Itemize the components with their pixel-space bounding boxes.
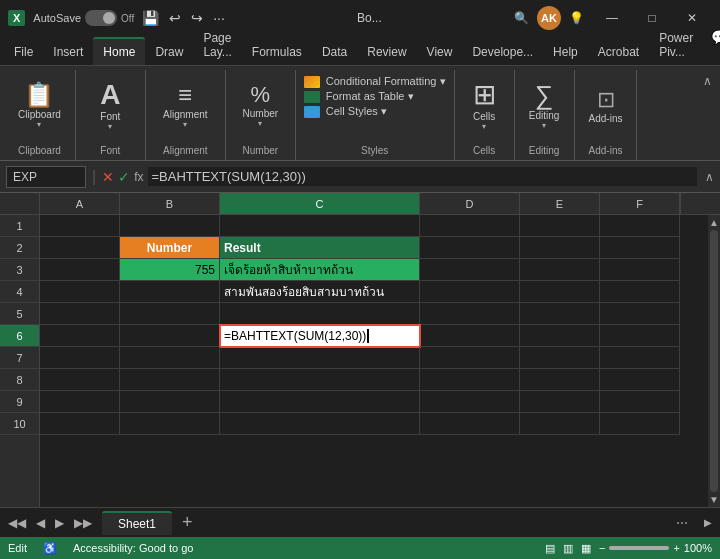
cell-E3[interactable] — [520, 259, 600, 281]
scroll-up-icon[interactable]: ▲ — [709, 217, 719, 228]
cell-C2[interactable]: Result — [220, 237, 420, 259]
cell-B8[interactable] — [120, 369, 220, 391]
row-num-5[interactable]: 5 — [0, 303, 39, 325]
cell-styles-button[interactable]: Cell Styles ▾ — [304, 104, 446, 119]
row-num-1[interactable]: 1 — [0, 215, 39, 237]
tab-developer[interactable]: Develope... — [462, 39, 543, 65]
scroll-right-icon[interactable]: ▶ — [704, 517, 712, 528]
tab-file[interactable]: File — [4, 39, 43, 65]
comments-icon[interactable]: 💬 — [703, 25, 720, 65]
cell-C7[interactable] — [220, 347, 420, 369]
undo-icon[interactable]: ↩ — [169, 10, 181, 26]
cell-A2[interactable] — [40, 237, 120, 259]
sheet-nav-next[interactable]: ▶ — [51, 514, 68, 532]
cell-C1[interactable] — [220, 215, 420, 237]
col-header-d[interactable]: D — [420, 193, 520, 214]
row-num-10[interactable]: 10 — [0, 413, 39, 435]
cells-button[interactable]: ⊞ Cells ▾ — [464, 77, 504, 135]
cell-C5[interactable] — [220, 303, 420, 325]
sheet-tab-sheet1[interactable]: Sheet1 — [102, 511, 172, 535]
vertical-scrollbar[interactable]: ▲ ▼ — [708, 215, 720, 507]
cell-A7[interactable] — [40, 347, 120, 369]
cell-A8[interactable] — [40, 369, 120, 391]
col-header-a[interactable]: A — [40, 193, 120, 214]
cell-B9[interactable] — [120, 391, 220, 413]
cell-E5[interactable] — [520, 303, 600, 325]
addins-button[interactable]: ⊡ Add-ins — [583, 85, 629, 128]
cell-D10[interactable] — [420, 413, 520, 435]
cell-A6[interactable] — [40, 325, 120, 347]
sheet-nav-prev[interactable]: ◀ — [32, 514, 49, 532]
cell-C6[interactable]: =BAHTTEXT(SUM(12,30)) — [220, 325, 420, 347]
cell-D3[interactable] — [420, 259, 520, 281]
cell-E6[interactable] — [520, 325, 600, 347]
cell-D8[interactable] — [420, 369, 520, 391]
tab-view[interactable]: View — [417, 39, 463, 65]
cell-B7[interactable] — [120, 347, 220, 369]
cell-F1[interactable] — [600, 215, 680, 237]
minimize-button[interactable]: — — [592, 3, 632, 33]
name-box[interactable] — [6, 166, 86, 188]
cell-B2[interactable]: Number — [120, 237, 220, 259]
light-icon[interactable]: 💡 — [569, 11, 584, 25]
cell-F8[interactable] — [600, 369, 680, 391]
autosave-switch[interactable] — [85, 10, 117, 26]
cell-A3[interactable] — [40, 259, 120, 281]
sheet-options-icon[interactable]: ⋯ — [676, 516, 688, 530]
cell-D1[interactable] — [420, 215, 520, 237]
row-num-7[interactable]: 7 — [0, 347, 39, 369]
row-num-4[interactable]: 4 — [0, 281, 39, 303]
zoom-in-button[interactable]: + — [673, 542, 679, 554]
tab-formulas[interactable]: Formulas — [242, 39, 312, 65]
cell-D4[interactable] — [420, 281, 520, 303]
more-icon[interactable]: ··· — [213, 10, 225, 26]
cell-A9[interactable] — [40, 391, 120, 413]
row-num-2[interactable]: 2 — [0, 237, 39, 259]
cell-B6[interactable] — [120, 325, 220, 347]
cell-F6[interactable] — [600, 325, 680, 347]
tab-help[interactable]: Help — [543, 39, 588, 65]
cell-E9[interactable] — [520, 391, 600, 413]
format-as-table-button[interactable]: Format as Table ▾ — [304, 89, 446, 104]
cell-D2[interactable] — [420, 237, 520, 259]
sheet-nav-first[interactable]: ◀◀ — [4, 514, 30, 532]
cell-E7[interactable] — [520, 347, 600, 369]
row-num-3[interactable]: 3 — [0, 259, 39, 281]
row-num-9[interactable]: 9 — [0, 391, 39, 413]
cell-E1[interactable] — [520, 215, 600, 237]
cell-C4[interactable]: สามพันสองร้อยสิบสามบาทถ้วน — [220, 281, 420, 303]
row-num-8[interactable]: 8 — [0, 369, 39, 391]
confirm-formula-button[interactable]: ✓ — [118, 169, 130, 185]
cell-B10[interactable] — [120, 413, 220, 435]
formula-input[interactable] — [148, 167, 698, 186]
cell-B1[interactable] — [120, 215, 220, 237]
font-button[interactable]: A Font ▾ — [90, 77, 130, 135]
zoom-out-button[interactable]: − — [599, 542, 605, 554]
cell-B3[interactable]: 755 — [120, 259, 220, 281]
alignment-button[interactable]: ≡ Alignment ▾ — [157, 79, 213, 133]
tab-acrobat[interactable]: Acrobat — [588, 39, 649, 65]
cancel-formula-button[interactable]: ✕ — [102, 169, 114, 185]
cell-A4[interactable] — [40, 281, 120, 303]
cell-F9[interactable] — [600, 391, 680, 413]
cell-F7[interactable] — [600, 347, 680, 369]
zoom-slider[interactable] — [609, 546, 669, 550]
view-normal-icon[interactable]: ▤ — [545, 542, 555, 555]
row-num-6[interactable]: 6 — [0, 325, 39, 347]
cell-E10[interactable] — [520, 413, 600, 435]
tab-data[interactable]: Data — [312, 39, 357, 65]
cell-F3[interactable] — [600, 259, 680, 281]
autosave-toggle[interactable]: AutoSave Off — [33, 10, 134, 26]
cell-A5[interactable] — [40, 303, 120, 325]
tab-review[interactable]: Review — [357, 39, 416, 65]
editing-button[interactable]: ∑ Editing ▾ — [523, 78, 566, 134]
col-header-f[interactable]: F — [600, 193, 680, 214]
tab-powerpivot[interactable]: Power Piv... — [649, 25, 703, 65]
add-sheet-button[interactable]: + — [174, 512, 201, 533]
cell-D9[interactable] — [420, 391, 520, 413]
cell-B4[interactable] — [120, 281, 220, 303]
conditional-formatting-button[interactable]: Conditional Formatting ▾ — [304, 74, 446, 89]
cell-F10[interactable] — [600, 413, 680, 435]
cell-E2[interactable] — [520, 237, 600, 259]
cell-D5[interactable] — [420, 303, 520, 325]
